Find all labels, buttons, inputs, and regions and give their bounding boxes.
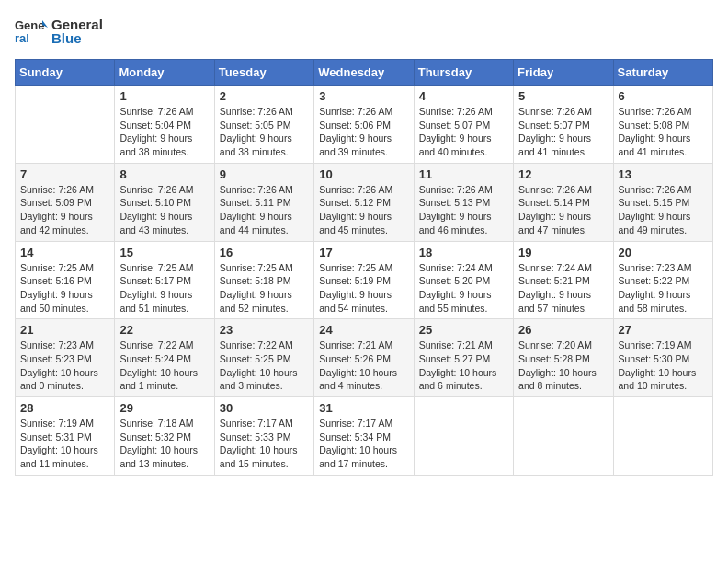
calendar-cell: 2Sunrise: 7:26 AM Sunset: 5:05 PM Daylig… xyxy=(214,86,313,164)
calendar-cell: 28Sunrise: 7:19 AM Sunset: 5:31 PM Dayli… xyxy=(16,397,115,476)
day-info: Sunrise: 7:26 AM Sunset: 5:15 PM Dayligh… xyxy=(619,183,708,237)
day-number: 31 xyxy=(319,401,408,415)
calendar-cell: 15Sunrise: 7:25 AM Sunset: 5:17 PM Dayli… xyxy=(115,241,214,319)
day-number: 9 xyxy=(220,167,309,181)
day-number: 13 xyxy=(619,167,708,181)
calendar-cell: 5Sunrise: 7:26 AM Sunset: 5:07 PM Daylig… xyxy=(514,86,613,164)
day-info: Sunrise: 7:26 AM Sunset: 5:14 PM Dayligh… xyxy=(518,183,608,237)
calendar-cell: 19Sunrise: 7:24 AM Sunset: 5:21 PM Dayli… xyxy=(514,241,613,319)
day-number: 16 xyxy=(220,246,309,259)
calendar-cell: 9Sunrise: 7:26 AM Sunset: 5:11 PM Daylig… xyxy=(214,163,313,241)
calendar-cell: 6Sunrise: 7:26 AM Sunset: 5:08 PM Daylig… xyxy=(613,86,712,164)
day-number: 20 xyxy=(619,246,708,259)
day-number: 28 xyxy=(20,401,109,415)
calendar-cell: 17Sunrise: 7:25 AM Sunset: 5:19 PM Dayli… xyxy=(314,241,414,319)
day-number: 14 xyxy=(20,246,109,259)
calendar-cell xyxy=(613,397,712,476)
logo: Gene ral General Blue xyxy=(15,15,103,48)
day-info: Sunrise: 7:26 AM Sunset: 5:07 PM Dayligh… xyxy=(419,105,508,159)
day-number: 10 xyxy=(319,167,408,181)
calendar-cell: 16Sunrise: 7:25 AM Sunset: 5:18 PM Dayli… xyxy=(214,241,313,319)
day-number: 2 xyxy=(220,89,309,103)
day-info: Sunrise: 7:24 AM Sunset: 5:21 PM Dayligh… xyxy=(518,261,608,316)
weekday-header-sunday: Sunday xyxy=(16,60,115,86)
calendar-week-row: 14Sunrise: 7:25 AM Sunset: 5:16 PM Dayli… xyxy=(16,241,713,319)
svg-text:Gene: Gene xyxy=(15,18,45,32)
calendar-cell: 26Sunrise: 7:20 AM Sunset: 5:28 PM Dayli… xyxy=(514,319,613,397)
day-number: 25 xyxy=(419,323,508,337)
day-number: 18 xyxy=(419,246,508,259)
day-info: Sunrise: 7:19 AM Sunset: 5:31 PM Dayligh… xyxy=(20,417,109,471)
calendar-cell: 8Sunrise: 7:26 AM Sunset: 5:10 PM Daylig… xyxy=(115,163,214,241)
weekday-header-wednesday: Wednesday xyxy=(314,60,414,86)
day-info: Sunrise: 7:17 AM Sunset: 5:34 PM Dayligh… xyxy=(319,417,408,471)
day-info: Sunrise: 7:26 AM Sunset: 5:10 PM Dayligh… xyxy=(119,183,209,237)
day-number: 29 xyxy=(119,401,209,415)
calendar-week-row: 1Sunrise: 7:26 AM Sunset: 5:04 PM Daylig… xyxy=(16,86,713,164)
calendar-week-row: 21Sunrise: 7:23 AM Sunset: 5:23 PM Dayli… xyxy=(16,319,713,397)
calendar-cell: 22Sunrise: 7:22 AM Sunset: 5:24 PM Dayli… xyxy=(115,319,214,397)
day-number: 26 xyxy=(518,323,608,337)
calendar-cell xyxy=(414,397,513,476)
calendar-cell: 18Sunrise: 7:24 AM Sunset: 5:20 PM Dayli… xyxy=(414,241,513,319)
day-info: Sunrise: 7:26 AM Sunset: 5:11 PM Dayligh… xyxy=(220,183,309,237)
day-number: 30 xyxy=(220,401,309,415)
weekday-header-saturday: Saturday xyxy=(613,60,712,86)
day-info: Sunrise: 7:26 AM Sunset: 5:06 PM Dayligh… xyxy=(319,105,408,159)
calendar-cell: 7Sunrise: 7:26 AM Sunset: 5:09 PM Daylig… xyxy=(16,163,115,241)
day-number: 1 xyxy=(119,89,209,103)
weekday-header-row: SundayMondayTuesdayWednesdayThursdayFrid… xyxy=(16,60,713,86)
calendar-cell: 30Sunrise: 7:17 AM Sunset: 5:33 PM Dayli… xyxy=(214,397,313,476)
calendar-cell: 10Sunrise: 7:26 AM Sunset: 5:12 PM Dayli… xyxy=(314,163,414,241)
calendar-cell: 29Sunrise: 7:18 AM Sunset: 5:32 PM Dayli… xyxy=(115,397,214,476)
day-number: 24 xyxy=(319,323,408,337)
calendar-cell: 14Sunrise: 7:25 AM Sunset: 5:16 PM Dayli… xyxy=(16,241,115,319)
day-info: Sunrise: 7:26 AM Sunset: 5:04 PM Dayligh… xyxy=(119,105,209,159)
day-info: Sunrise: 7:24 AM Sunset: 5:20 PM Dayligh… xyxy=(419,261,508,316)
calendar-table: SundayMondayTuesdayWednesdayThursdayFrid… xyxy=(15,59,713,476)
day-info: Sunrise: 7:25 AM Sunset: 5:17 PM Dayligh… xyxy=(119,261,209,316)
day-number: 11 xyxy=(419,167,508,181)
calendar-cell: 1Sunrise: 7:26 AM Sunset: 5:04 PM Daylig… xyxy=(115,86,214,164)
day-info: Sunrise: 7:26 AM Sunset: 5:12 PM Dayligh… xyxy=(319,183,408,237)
day-number: 7 xyxy=(20,167,109,181)
day-info: Sunrise: 7:25 AM Sunset: 5:18 PM Dayligh… xyxy=(220,261,309,316)
day-number: 21 xyxy=(20,323,109,337)
day-info: Sunrise: 7:23 AM Sunset: 5:23 PM Dayligh… xyxy=(20,339,109,393)
calendar-week-row: 28Sunrise: 7:19 AM Sunset: 5:31 PM Dayli… xyxy=(16,397,713,476)
calendar-cell: 11Sunrise: 7:26 AM Sunset: 5:13 PM Dayli… xyxy=(414,163,513,241)
day-number: 27 xyxy=(619,323,708,337)
day-number: 19 xyxy=(518,246,608,259)
calendar-cell: 4Sunrise: 7:26 AM Sunset: 5:07 PM Daylig… xyxy=(414,86,513,164)
day-info: Sunrise: 7:21 AM Sunset: 5:27 PM Dayligh… xyxy=(419,339,508,393)
calendar-cell: 23Sunrise: 7:22 AM Sunset: 5:25 PM Dayli… xyxy=(214,319,313,397)
day-number: 5 xyxy=(518,89,608,103)
calendar-week-row: 7Sunrise: 7:26 AM Sunset: 5:09 PM Daylig… xyxy=(16,163,713,241)
weekday-header-tuesday: Tuesday xyxy=(214,60,313,86)
day-info: Sunrise: 7:20 AM Sunset: 5:28 PM Dayligh… xyxy=(518,339,608,393)
day-number: 4 xyxy=(419,89,508,103)
day-number: 15 xyxy=(119,246,209,259)
day-info: Sunrise: 7:22 AM Sunset: 5:24 PM Dayligh… xyxy=(119,339,209,393)
day-info: Sunrise: 7:26 AM Sunset: 5:09 PM Dayligh… xyxy=(20,183,109,237)
day-number: 6 xyxy=(619,89,708,103)
day-info: Sunrise: 7:19 AM Sunset: 5:30 PM Dayligh… xyxy=(619,339,708,393)
day-info: Sunrise: 7:26 AM Sunset: 5:13 PM Dayligh… xyxy=(419,183,508,237)
day-info: Sunrise: 7:26 AM Sunset: 5:05 PM Dayligh… xyxy=(220,105,309,159)
logo-blue: Blue xyxy=(51,30,82,46)
calendar-cell: 12Sunrise: 7:26 AM Sunset: 5:14 PM Dayli… xyxy=(514,163,613,241)
page-header: Gene ral General Blue xyxy=(15,15,713,48)
day-number: 12 xyxy=(518,167,608,181)
day-info: Sunrise: 7:17 AM Sunset: 5:33 PM Dayligh… xyxy=(220,417,309,471)
day-number: 3 xyxy=(319,89,408,103)
calendar-cell xyxy=(16,86,115,164)
calendar-cell: 3Sunrise: 7:26 AM Sunset: 5:06 PM Daylig… xyxy=(314,86,414,164)
day-info: Sunrise: 7:25 AM Sunset: 5:16 PM Dayligh… xyxy=(20,261,109,316)
calendar-cell: 31Sunrise: 7:17 AM Sunset: 5:34 PM Dayli… xyxy=(314,397,414,476)
day-info: Sunrise: 7:21 AM Sunset: 5:26 PM Dayligh… xyxy=(319,339,408,393)
day-info: Sunrise: 7:23 AM Sunset: 5:22 PM Dayligh… xyxy=(619,261,708,316)
day-number: 22 xyxy=(119,323,209,337)
day-info: Sunrise: 7:26 AM Sunset: 5:08 PM Dayligh… xyxy=(619,105,708,159)
calendar-cell: 21Sunrise: 7:23 AM Sunset: 5:23 PM Dayli… xyxy=(16,319,115,397)
day-number: 23 xyxy=(220,323,309,337)
